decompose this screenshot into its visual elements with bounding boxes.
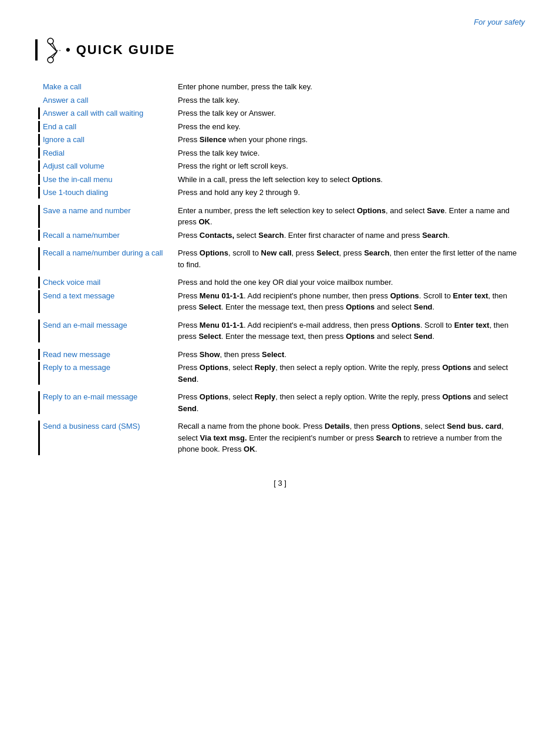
guide-row-ignore-call: Ignore a callPress Silence when your pho…	[35, 134, 525, 146]
bar-area	[35, 147, 43, 159]
row-content: Recall a name/number during a callPress …	[43, 247, 525, 270]
row-content: Check voice mailPress and hold the one k…	[43, 277, 525, 288]
guide-row-reply-message: Reply to a messagePress Options, select …	[35, 362, 525, 385]
bar-area	[35, 160, 43, 172]
guide-row-recall-name-number: Recall a name/numberPress Contacts, sele…	[35, 230, 525, 241]
side-bar	[38, 230, 40, 241]
section-header: • QUICK GUIDE	[35, 35, 525, 65]
spacer-row	[35, 243, 525, 247]
side-bar	[38, 391, 40, 414]
row-description: Press the end key.	[178, 121, 525, 133]
side-bar	[38, 247, 40, 270]
side-bar	[38, 421, 40, 455]
bar-area	[35, 362, 43, 385]
guide-row-one-touch-dialing: Use 1-touch dialingPress and hold any ke…	[35, 187, 525, 199]
row-description: Recall a name from the phone book. Press…	[178, 421, 525, 455]
row-description: Press Menu 01-1-1. Add recipient's e-mai…	[178, 320, 525, 342]
bar-area	[35, 134, 43, 146]
bar-area	[35, 121, 43, 133]
spacer-row	[35, 200, 525, 205]
spacer-row	[35, 416, 525, 421]
bar-area	[35, 349, 43, 361]
row-label: Adjust call volume	[43, 160, 178, 172]
row-description: Press Options, scroll to New call, press…	[178, 247, 525, 270]
guide-row-make-call: Make a callEnter phone number, press the…	[35, 81, 525, 93]
row-content: End a callPress the end key.	[43, 121, 525, 133]
row-description: Press and hold any key 2 through 9.	[178, 187, 525, 199]
guide-row-answer-call: Answer a callPress the talk key.	[35, 95, 525, 106]
row-label: Use 1-touch dialing	[43, 187, 178, 199]
row-content: Ignore a callPress Silence when your pho…	[43, 134, 525, 146]
side-bar	[38, 107, 40, 119]
row-description: Enter phone number, press the talk key.	[178, 81, 525, 93]
guide-row-end-call: End a callPress the end key.	[35, 121, 525, 133]
row-label: End a call	[43, 121, 178, 133]
guide-row-read-message: Read new messagePress Show, then press S…	[35, 349, 525, 361]
spacer-row	[35, 272, 525, 277]
guide-row-save-name-number: Save a name and numberEnter a number, pr…	[35, 205, 525, 228]
scissors-svg	[46, 36, 62, 65]
bar-area	[35, 230, 43, 241]
row-content: Reply to an e-mail messagePress Options,…	[43, 391, 525, 414]
row-content: RedialPress the talk key twice.	[43, 147, 525, 159]
side-bar	[38, 277, 40, 288]
guide-row-send-business-card: Send a business card (SMS)Recall a name …	[35, 421, 525, 455]
bullet-point: •	[66, 42, 70, 58]
row-label: Recall a name/number during a call	[43, 247, 178, 259]
page: For your safety • QUICK GUIDE Make a cal…	[0, 0, 560, 733]
row-content: Use the in-call menuWhile in a call, pre…	[43, 174, 525, 186]
row-description: Press the right or left scroll keys.	[178, 160, 525, 172]
bar-area	[35, 205, 43, 228]
bar-area	[35, 247, 43, 270]
guide-row-send-email: Send an e-mail messagePress Menu 01-1-1.…	[35, 320, 525, 342]
row-label: Ignore a call	[43, 134, 178, 146]
guide-row-send-text: Send a text messagePress Menu 01-1-1. Ad…	[35, 290, 525, 313]
guide-row-in-call-menu: Use the in-call menuWhile in a call, pre…	[35, 174, 525, 186]
bar-area	[35, 174, 43, 186]
row-label: Save a name and number	[43, 205, 178, 217]
bar-area	[35, 187, 43, 199]
guide-row-answer-call-waiting: Answer a call with call waitingPress the…	[35, 107, 525, 119]
row-content: Send an e-mail messagePress Menu 01-1-1.…	[43, 320, 525, 342]
spacer-row	[35, 386, 525, 391]
row-label: Send a text message	[43, 290, 178, 302]
side-bar	[38, 174, 40, 186]
row-description: Press Contacts, select Search. Enter fir…	[178, 230, 525, 241]
row-description: Press Menu 01-1-1. Add recipient's phone…	[178, 290, 525, 313]
guide-container: Make a callEnter phone number, press the…	[35, 81, 525, 455]
bar-area	[35, 391, 43, 414]
row-label: Send a business card (SMS)	[43, 421, 178, 432]
row-label: Answer a call with call waiting	[43, 107, 178, 119]
row-content: Make a callEnter phone number, press the…	[43, 81, 525, 93]
row-description: Press the talk key.	[178, 95, 525, 106]
guide-row-redial: RedialPress the talk key twice.	[35, 147, 525, 159]
row-content: Answer a callPress the talk key.	[43, 95, 525, 106]
row-label: Answer a call	[43, 95, 178, 106]
row-description: Press the talk key twice.	[178, 147, 525, 159]
row-description: Press and hold the one key OR dial your …	[178, 277, 525, 288]
row-content: Save a name and numberEnter a number, pr…	[43, 205, 525, 228]
section-title: QUICK GUIDE	[76, 42, 176, 58]
spacer-row	[35, 344, 525, 349]
row-description: Enter a number, press the left selection…	[178, 205, 525, 228]
side-bar	[38, 147, 40, 159]
row-label: Recall a name/number	[43, 230, 178, 241]
row-label: Send an e-mail message	[43, 320, 178, 331]
side-bar	[38, 134, 40, 146]
scissors-icon	[46, 36, 62, 65]
guide-row-recall-during-call: Recall a name/number during a callPress …	[35, 247, 525, 270]
guide-row-check-voicemail: Check voice mailPress and hold the one k…	[35, 277, 525, 288]
row-content: Recall a name/numberPress Contacts, sele…	[43, 230, 525, 241]
bar-area	[35, 320, 43, 342]
row-description: Press the talk key or Answer.	[178, 107, 525, 119]
row-content: Send a business card (SMS)Recall a name …	[43, 421, 525, 455]
bar-area	[35, 290, 43, 313]
row-label: Reply to a message	[43, 362, 178, 374]
row-label: Reply to an e-mail message	[43, 391, 178, 403]
side-bar	[38, 205, 40, 228]
guide-row-adjust-volume: Adjust call volumePress the right or lef…	[35, 160, 525, 172]
row-content: Use 1-touch dialingPress and hold any ke…	[43, 187, 525, 199]
row-description: While in a call, press the left selectio…	[178, 174, 525, 186]
side-bar	[38, 320, 40, 342]
row-label: Redial	[43, 147, 178, 159]
